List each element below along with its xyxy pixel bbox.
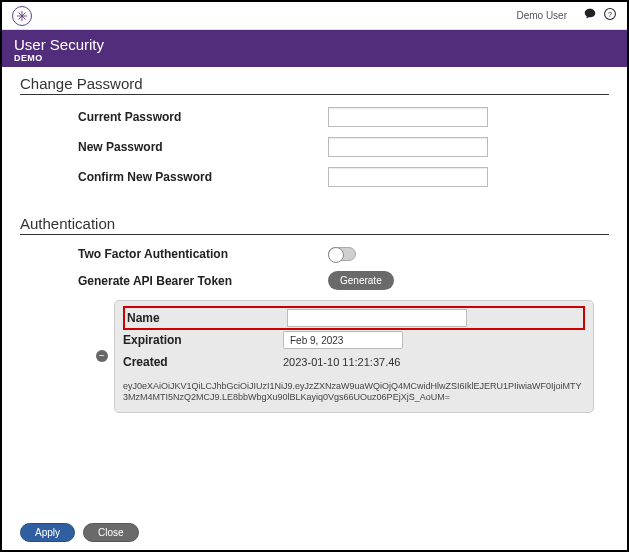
new-password-input[interactable] (328, 137, 488, 157)
token-string: eyJ0eXAiOiJKV1QiLCJhbGciOiJIUzI1NiJ9.eyJ… (123, 381, 585, 404)
current-password-input[interactable] (328, 107, 488, 127)
token-expiration-label: Expiration (123, 333, 283, 347)
app-logo-icon (12, 6, 32, 26)
new-password-label: New Password (78, 140, 328, 154)
generate-token-label: Generate API Bearer Token (78, 274, 328, 288)
apply-button[interactable]: Apply (20, 523, 75, 542)
token-created-label: Created (123, 355, 283, 369)
remove-token-icon[interactable]: − (96, 350, 108, 362)
chat-icon[interactable] (583, 7, 597, 25)
confirm-password-input[interactable] (328, 167, 488, 187)
token-panel: Name Expiration Feb 9, 2023 Created 2023… (114, 300, 594, 413)
close-button[interactable]: Close (83, 523, 139, 542)
svg-text:?: ? (608, 10, 612, 17)
token-name-highlight: Name (123, 306, 585, 330)
token-name-label: Name (127, 311, 287, 325)
token-expiration-input[interactable]: Feb 9, 2023 (283, 331, 403, 349)
page-title: User Security (14, 36, 615, 53)
generate-button[interactable]: Generate (328, 271, 394, 290)
page-subtitle: DEMO (14, 53, 615, 63)
token-created-value: 2023-01-10 11:21:37.46 (283, 356, 400, 368)
section-change-password-title: Change Password (20, 75, 609, 95)
page-header: User Security DEMO (2, 30, 627, 67)
current-password-label: Current Password (78, 110, 328, 124)
current-user-label: Demo User (516, 10, 567, 21)
section-authentication-title: Authentication (20, 215, 609, 235)
confirm-password-label: Confirm New Password (78, 170, 328, 184)
help-icon[interactable]: ? (603, 7, 617, 25)
two-factor-toggle[interactable] (328, 247, 356, 261)
token-name-input[interactable] (287, 309, 467, 327)
two-factor-label: Two Factor Authentication (78, 247, 328, 261)
top-bar: Demo User ? (2, 2, 627, 30)
